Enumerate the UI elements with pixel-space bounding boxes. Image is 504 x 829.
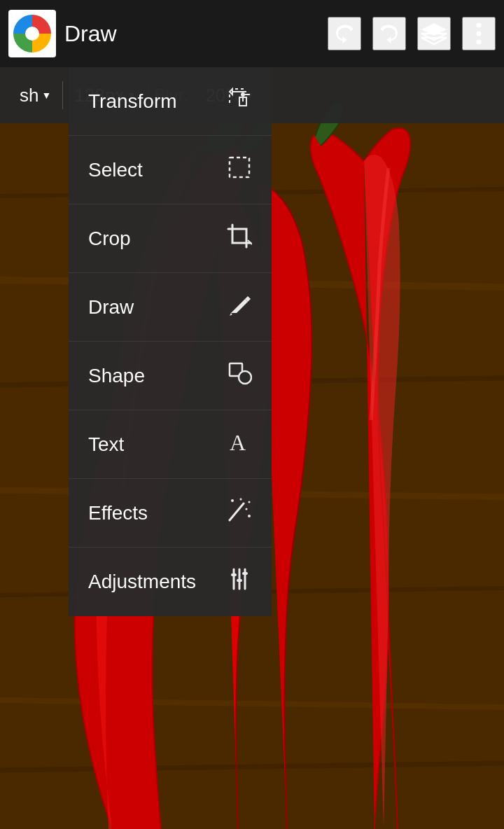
svg-point-20 (239, 371, 251, 384)
svg-point-13 (477, 32, 482, 36)
menu-item-adjustments-label: Adjustments (88, 571, 196, 593)
more-icon (465, 20, 493, 48)
menu-item-text[interactable]: Text A (69, 410, 272, 479)
more-options-button[interactable] (462, 17, 496, 50)
svg-rect-31 (231, 573, 237, 576)
crop-icon (227, 223, 252, 254)
svg-rect-17 (230, 158, 249, 177)
menu-item-draw[interactable]: Draw (69, 273, 272, 342)
svg-marker-11 (421, 38, 447, 44)
layers-icon (420, 20, 448, 48)
toolbar-brush-caret: ▼ (41, 90, 51, 101)
menu-item-effects[interactable]: Effects (69, 479, 272, 548)
layers-button[interactable] (417, 17, 451, 50)
toolbar-brush[interactable]: sh ▼ (8, 67, 62, 123)
menu-item-text-label: Text (88, 433, 124, 456)
svg-point-23 (231, 499, 234, 502)
undo-icon (330, 20, 358, 48)
svg-point-12 (477, 23, 482, 28)
svg-rect-33 (242, 572, 248, 575)
toolbar-brush-label: sh (20, 85, 38, 106)
menu-item-crop-label: Crop (88, 228, 131, 250)
svg-point-24 (240, 498, 242, 500)
select-icon (227, 155, 252, 186)
top-actions (328, 17, 496, 50)
svg-point-27 (248, 515, 251, 517)
svg-point-14 (477, 40, 482, 45)
menu-item-transform[interactable]: Transform (69, 67, 272, 136)
menu-item-transform-label: Transform (88, 90, 177, 113)
redo-button[interactable] (372, 17, 406, 50)
transform-icon (227, 86, 252, 117)
effects-icon (227, 498, 252, 529)
svg-point-16 (241, 92, 245, 97)
app-logo (13, 15, 51, 53)
svg-point-25 (248, 501, 251, 503)
app-icon (8, 10, 56, 57)
svg-rect-32 (237, 579, 242, 582)
draw-icon (227, 292, 252, 323)
menu-item-shape[interactable]: Shape (69, 342, 272, 410)
svg-text:A: A (230, 430, 246, 454)
svg-point-26 (246, 508, 248, 510)
undo-button[interactable] (328, 17, 361, 50)
tool-dropdown-menu: Transform Select Crop (69, 67, 272, 616)
menu-item-adjustments[interactable]: Adjustments (69, 548, 272, 616)
shape-icon (227, 361, 252, 391)
menu-item-effects-label: Effects (88, 502, 148, 524)
svg-line-22 (230, 503, 244, 520)
adjustments-icon (227, 566, 252, 597)
menu-item-select[interactable]: Select (69, 136, 272, 204)
text-icon: A (227, 429, 252, 460)
menu-item-draw-label: Draw (88, 296, 134, 319)
redo-icon (375, 20, 403, 48)
app-title: Draw (64, 21, 328, 47)
top-bar: Draw (0, 0, 504, 67)
menu-item-shape-label: Shape (88, 365, 145, 387)
menu-item-select-label: Select (88, 159, 143, 181)
menu-item-crop[interactable]: Crop (69, 204, 272, 273)
